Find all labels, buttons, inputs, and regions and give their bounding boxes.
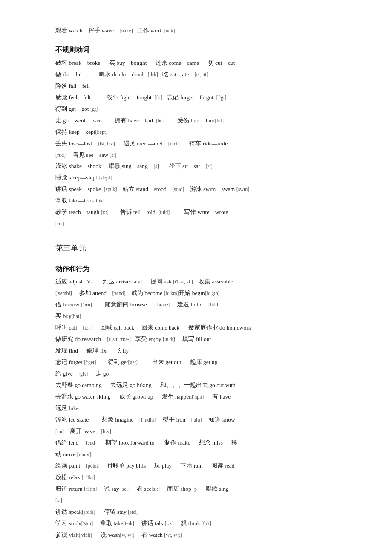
act-line-12: 远足 hike: [55, 403, 349, 414]
act-line-23: 参观 visit['vizit] 洗 wash[w, w:] 看 watch […: [55, 530, 349, 541]
actions-block: 适应 adjust ['dst] 到达 arrive['raiv] 提问 ask…: [55, 277, 349, 540]
act-line-20: [si]: [55, 495, 349, 506]
irregular-verbs-block: 破坏 break—broke 买 buy—bought 过来 come—came…: [55, 58, 349, 230]
act-line-21: 讲话 speak[spi:k] 停留 stay [stei]: [55, 507, 349, 517]
actions-title: 动作和行为: [55, 263, 349, 275]
act-line-22: 学习 study['stdi] 拿取 take[teik] 讲话 talk [t…: [55, 518, 349, 529]
act-line-8: 忘记 forget [f'get] 得到 get[get] 出来 get out…: [55, 357, 349, 368]
chapter-three-title: 第三单元: [55, 241, 349, 255]
act-line-15: 借给 lend [lend] 期望 look forward to 制作 mak…: [55, 438, 349, 448]
act-line-13: 溜冰 ice skate 想象 imagine [i'mdin] 熨平 iron…: [55, 415, 349, 425]
act-line-17: 绘画 paint [peint] 付账单 pay bills 玩 play 下雨…: [55, 461, 349, 471]
act-line-5: 呼叫 call [k:l] 回喊 call back 回来 come back …: [55, 323, 349, 333]
irr-line-8: 丢失 lose—lost [lst, l:st] 遇见 meet—met [me…: [55, 139, 349, 149]
irr-line-1: 破坏 break—broke 买 buy—bought 过来 come—came…: [55, 58, 349, 69]
irr-line-14: 教学 teach—taugh [t:t] 告诉 tell—told [tuld]…: [55, 207, 349, 218]
irr-line-12: 讲话 speak—spoke [spuk] 站立 stand—stood [st…: [55, 184, 349, 195]
act-line-18: 放松 relax [ri'lks]: [55, 472, 349, 483]
irr-line-10: 溜冰 shake—shook 唱歌 sing—sang [s] 坐下 sit—s…: [55, 161, 349, 172]
irr-line-2: 做 do—did 喝水 drinki—drank [drk] 吃 eat—ate…: [55, 69, 349, 80]
act-line-2: ['sembl] 参加 attend ['tend] 成为 become [bi…: [55, 288, 349, 299]
irr-line-11: 睡觉 sleep—slept [slept]: [55, 173, 349, 183]
irr-line-13: 拿取 take—took[tuk]: [55, 196, 349, 206]
act-line-19: 归还 return [ri't:n] 说 say [sei] 看 see[si:…: [55, 484, 349, 494]
irr-line-6: 走 go—went [went] 拥有 have—had [hd] 受伤 hur…: [55, 116, 349, 126]
act-line-14: [nu] 离开 leave [li:v]: [55, 426, 349, 437]
irr-line-3: 降落 fall—fell: [55, 81, 349, 92]
page-container: 观看 watch 挥手 wave [weiv] 工作 work [w:k] 不规…: [55, 26, 349, 555]
irr-line-15: [rut]: [55, 219, 349, 229]
act-line-9: 给 give [giv] 走 go: [55, 369, 349, 379]
act-line-10: 去野餐 go camping 去远足 go hiking 和。。。一起出去 go…: [55, 380, 349, 391]
irr-line-4: 感觉 feel—felt 战斗 fight—fought [f:t] 忘记 fo…: [55, 92, 349, 103]
irr-line-9: [rud] 看见 see—saw [s:]: [55, 150, 349, 161]
act-line-7: 发现 find 修理 fix 飞 fly: [55, 346, 349, 356]
act-line-6: 做研究 do research [ri's:t, 'ri:s-] 享受 enjo…: [55, 334, 349, 345]
act-line-16: 动 move [mu:v]: [55, 449, 349, 460]
act-line-11: 去滑水 go water-skiing 成长 growl up 发生 happe…: [55, 392, 349, 402]
irr-line-5: 得到 get—got [gt]: [55, 104, 349, 115]
act-line-1: 适应 adjust ['dst] 到达 arrive['raiv] 提问 ask…: [55, 277, 349, 287]
act-line-4: 买 buy[bai]: [55, 311, 349, 322]
intro-verbs-line: 观看 watch 挥手 wave [weiv] 工作 work [w:k]: [55, 26, 349, 36]
irr-line-7: 保持 keep—kept[kept]: [55, 127, 349, 138]
irregular-verbs-title: 不规则动词: [55, 44, 349, 56]
act-line-3: 借 borrow ['bru] 随意翻阅 browse [brauz] 建造 b…: [55, 300, 349, 310]
intro-verbs-block: 观看 watch 挥手 wave [weiv] 工作 work [w:k]: [55, 26, 349, 36]
